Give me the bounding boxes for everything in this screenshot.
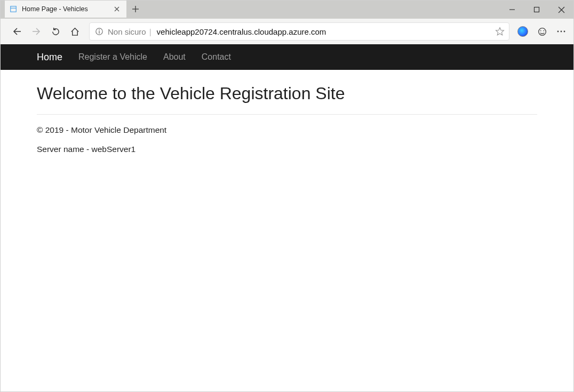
page-container: Welcome to the Vehicle Registration Site… <box>1 70 573 154</box>
tab-title: Home Page - Vehicles <box>22 5 113 13</box>
site-info-icon[interactable] <box>95 27 103 36</box>
window-minimize-button[interactable] <box>500 1 524 19</box>
page-viewport: Home Register a Vehicle About Contact We… <box>1 44 573 392</box>
svg-marker-15 <box>496 28 504 35</box>
svg-point-18 <box>543 30 544 31</box>
divider <box>37 114 537 115</box>
window-controls <box>500 1 573 19</box>
forward-button[interactable] <box>27 22 45 41</box>
menu-button[interactable] <box>552 22 570 41</box>
window-close-button[interactable] <box>549 1 573 19</box>
window-titlebar: Home Page - Vehicles <box>1 1 573 19</box>
address-bar[interactable]: Non sicuro | vehicleapp20724.centralus.c… <box>89 22 509 41</box>
copyright-text: © 2019 - Motor Vehicle Department <box>37 125 537 135</box>
svg-point-17 <box>540 30 541 31</box>
nav-link-contact[interactable]: Contact <box>202 52 231 62</box>
server-name-text: Server name - webServer1 <box>37 145 537 154</box>
svg-point-20 <box>561 31 562 33</box>
site-navbar: Home Register a Vehicle About Contact <box>1 44 573 70</box>
new-tab-button[interactable] <box>126 1 145 18</box>
extension-icon <box>517 26 528 37</box>
extension-button[interactable] <box>514 22 532 41</box>
security-label: Non sicuro <box>108 27 146 36</box>
back-button[interactable] <box>8 22 26 41</box>
browser-toolbar: Non sicuro | vehicleapp20724.centralus.c… <box>1 19 573 44</box>
refresh-button[interactable] <box>46 22 65 41</box>
window-maximize-button[interactable] <box>524 1 549 19</box>
svg-point-16 <box>538 28 546 35</box>
svg-rect-7 <box>535 7 539 12</box>
nav-link-about[interactable]: About <box>163 52 186 62</box>
nav-link-register[interactable]: Register a Vehicle <box>78 52 147 62</box>
url-text: vehicleapp20724.centralus.cloudapp.azure… <box>157 27 495 36</box>
feedback-button[interactable] <box>533 22 551 41</box>
svg-rect-0 <box>11 6 17 12</box>
svg-point-13 <box>99 29 100 30</box>
page-favicon-icon <box>9 5 18 13</box>
nav-link-home[interactable]: Home <box>37 52 62 63</box>
tab-close-icon[interactable] <box>113 5 121 13</box>
browser-tab[interactable]: Home Page - Vehicles <box>5 1 126 18</box>
favorite-icon[interactable] <box>495 27 505 36</box>
home-button[interactable] <box>66 22 84 41</box>
page-heading: Welcome to the Vehicle Registration Site <box>37 84 537 103</box>
svg-point-19 <box>557 31 559 33</box>
svg-point-21 <box>564 31 565 33</box>
separator: | <box>149 27 152 36</box>
